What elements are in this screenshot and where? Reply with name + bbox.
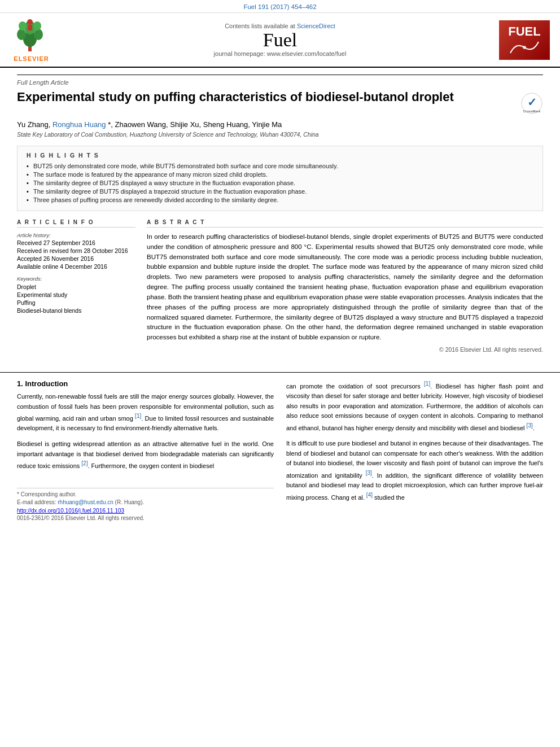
keywords-label: Keywords: [17, 276, 135, 282]
highlight-item-3: The similarity degree of BUT25 displayed… [27, 180, 533, 186]
authors-text: Yu Zhang, Ronghua Huang *, Zhaowen Wang,… [17, 120, 282, 129]
highlight-item-2: The surface mode is featured by the appe… [27, 171, 533, 178]
ref-3[interactable]: [3] [527, 422, 533, 429]
elsevier-logo-area: ELSEVIER [10, 18, 72, 62]
elsevier-tree-icon [10, 18, 53, 54]
svg-point-9 [523, 46, 526, 49]
ref-2[interactable]: [2] [81, 460, 88, 466]
fuel-logo-graphic [508, 39, 541, 56]
fuel-logo: FUEL [499, 20, 550, 60]
copyright: © 2016 Elsevier Ltd. All rights reserved… [147, 346, 543, 353]
keyword-3: Puffing [17, 299, 135, 306]
highlight-item-1: BUT25 only demonstrated core mode, while… [27, 163, 533, 169]
section-divider [0, 372, 560, 373]
article-info-col: A R T I C L E I N F O Article history: R… [17, 219, 135, 353]
article-title: Experimental study on puffing characteri… [17, 89, 520, 105]
ref-3b[interactable]: [3] [366, 470, 372, 476]
received-date: Received 27 September 2016 [17, 239, 135, 246]
keywords-group: Keywords: Droplet Experimental study Puf… [17, 276, 135, 314]
available-date: Available online 4 December 2016 [17, 263, 135, 270]
body-col-left: 1. Introduction Currently, non-renewable… [17, 379, 274, 521]
svg-text:CrossMark: CrossMark [523, 110, 541, 113]
highlight-item-5: Three phases of puffing process are rene… [27, 196, 533, 203]
highlights-section: H I G H L I G H T S BUT25 only demonstra… [17, 146, 543, 211]
keyword-2: Experimental study [17, 291, 135, 298]
email-line: E-mail address: rhhuang@hust.edu.cn (R. … [17, 499, 274, 505]
info-abstract-row: A R T I C L E I N F O Article history: R… [17, 219, 543, 353]
author-link-ronghua[interactable]: Ronghua Huang [53, 120, 106, 129]
intro-para-2: Biodiesel is getting widespread attentio… [17, 439, 274, 471]
svg-point-2 [17, 29, 26, 40]
ref-1b[interactable]: [1] [424, 381, 430, 387]
elsevier-label-text: ELSEVIER [14, 55, 49, 62]
intro-heading: 1. Introduction [17, 379, 274, 388]
ref-1[interactable]: [1] [135, 413, 141, 419]
crossmark-icon[interactable]: ✓ CrossMark [520, 92, 543, 115]
abstract-col: A B S T R A C T In order to research puf… [147, 219, 543, 353]
history-label: Article history: [17, 232, 135, 238]
science-direct-line: Contents lists available at ScienceDirec… [78, 23, 482, 29]
email-link[interactable]: rhhuang@hust.edu.cn [58, 499, 113, 505]
fuel-logo-area: FUEL [488, 20, 550, 60]
svg-point-3 [34, 29, 43, 40]
intro-para-3: can promote the oxidation of soot precur… [286, 379, 543, 433]
abstract-label: A B S T R A C T [147, 219, 543, 228]
citation-text: Fuel 191 (2017) 454–462 [243, 3, 316, 10]
svg-rect-8 [28, 25, 32, 30]
svg-point-5 [19, 21, 27, 30]
science-direct-link[interactable]: ScienceDirect [297, 23, 335, 29]
highlight-item-4: The similarity degree of BUT75 displayed… [27, 188, 533, 195]
article-type: Full Length Article [17, 75, 543, 86]
svg-point-6 [33, 21, 41, 30]
intro-para-4: It is difficult to use pure biodiesel an… [286, 439, 543, 503]
elsevier-logo: ELSEVIER [10, 18, 53, 62]
ref-4[interactable]: [4] [366, 492, 373, 498]
highlights-list: BUT25 only demonstrated core mode, while… [27, 163, 533, 203]
keyword-4: Biodiesel-butanol blends [17, 307, 135, 314]
accepted-date: Accepted 26 November 2016 [17, 255, 135, 262]
article-history: Article history: Received 27 September 2… [17, 232, 135, 270]
journal-header: ELSEVIER Contents lists available at Sci… [0, 13, 560, 68]
svg-point-7 [27, 19, 33, 25]
article-content: Full Length Article Experimental study o… [0, 68, 560, 366]
doi-line[interactable]: http://dx.doi.org/10.1016/j.fuel.2016.11… [17, 508, 274, 514]
highlights-label: H I G H L I G H T S [27, 152, 533, 159]
authors-line: Yu Zhang, Ronghua Huang *, Zhaowen Wang,… [17, 120, 543, 129]
abstract-text: In order to research puffing characteris… [147, 232, 543, 343]
keyword-1: Droplet [17, 283, 135, 290]
body-col-right: can promote the oxidation of soot precur… [286, 379, 543, 521]
article-info-label: A R T I C L E I N F O [17, 219, 135, 228]
journal-homepage: journal homepage: www.elsevier.com/locat… [78, 50, 482, 57]
journal-header-center: Contents lists available at ScienceDirec… [72, 23, 488, 57]
page: Fuel 191 (2017) 454–462 [0, 0, 560, 747]
svg-text:✓: ✓ [527, 96, 537, 108]
article-title-row: Experimental study on puffing characteri… [17, 89, 543, 115]
citation-bar: Fuel 191 (2017) 454–462 [0, 0, 560, 13]
corresponding-note: * Corresponding author. [17, 491, 274, 497]
footnote-area: * Corresponding author. E-mail address: … [17, 488, 274, 505]
revised-date: Received in revised form 28 October 2016 [17, 247, 135, 254]
affiliation: State Key Laboratory of Coal Combustion,… [17, 131, 543, 138]
body-two-col: 1. Introduction Currently, non-renewable… [0, 379, 560, 532]
intro-para-1: Currently, non-renewable fossil fuels ar… [17, 392, 274, 434]
journal-title: Fuel [78, 29, 482, 50]
issn-line: 0016-2361/© 2016 Elsevier Ltd. All right… [17, 515, 274, 521]
